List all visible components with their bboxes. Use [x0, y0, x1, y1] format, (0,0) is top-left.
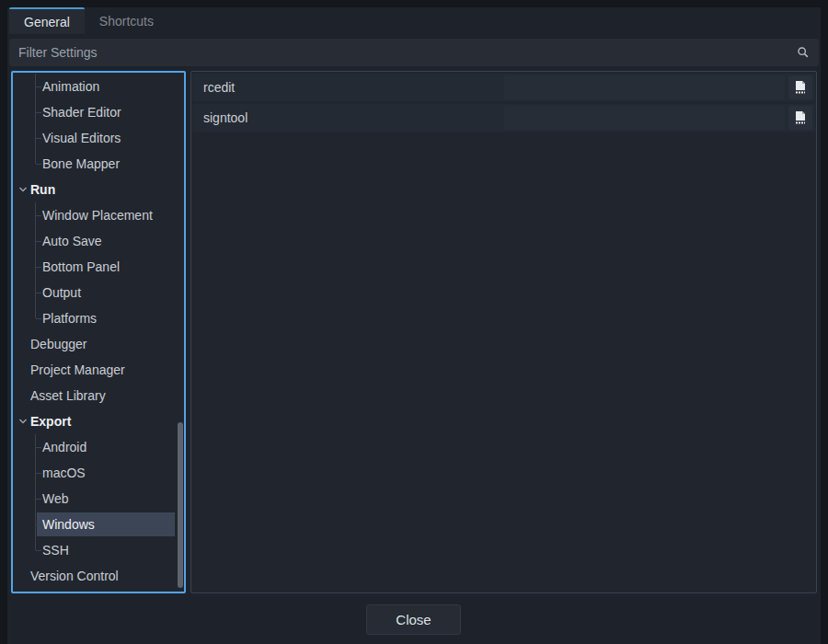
tab-bar: General Shortcuts	[9, 7, 168, 34]
tree-item-ssh[interactable]: SSH	[13, 537, 184, 563]
tree-item-windows[interactable]: Windows	[13, 512, 184, 537]
tree-item-auto-save[interactable]: Auto Save	[13, 228, 184, 254]
editor-settings-dialog: General Shortcuts Filter Settings Animat…	[7, 7, 821, 644]
tree-item-android[interactable]: Android	[13, 434, 184, 460]
tree-item-project-manager[interactable]: Project Manager	[13, 357, 184, 383]
file-browse-icon	[793, 110, 808, 125]
tree-item-web[interactable]: Web	[13, 486, 184, 512]
tab-general[interactable]: General	[9, 7, 85, 34]
tree-item-debugger[interactable]: Debugger	[13, 331, 184, 357]
rcedit-browse-button[interactable]	[788, 75, 812, 99]
tree-scrollbar-thumb[interactable]	[178, 422, 183, 588]
tree-item-animation[interactable]: Animation	[13, 74, 184, 99]
setting-row-signtool: signtool	[192, 104, 815, 132]
tree-item-output[interactable]: Output	[13, 280, 184, 305]
filter-settings-input[interactable]: Filter Settings	[9, 39, 819, 66]
tree-item-asset-library[interactable]: Asset Library	[13, 383, 184, 408]
tree-item-export[interactable]: Export	[13, 408, 184, 434]
setting-row-rcedit: rcedit	[192, 74, 815, 101]
tree-item-platforms[interactable]: Platforms	[13, 305, 184, 331]
tree-item-shader-editor[interactable]: Shader Editor	[13, 99, 184, 125]
tab-shortcuts[interactable]: Shortcuts	[85, 7, 168, 34]
filter-placeholder: Filter Settings	[18, 45, 797, 60]
tree-item-window-placement[interactable]: Window Placement	[13, 202, 184, 228]
close-button-label: Close	[396, 612, 431, 627]
tab-general-label: General	[24, 15, 70, 29]
file-browse-icon	[793, 80, 808, 95]
rcedit-path-input[interactable]	[504, 75, 785, 99]
setting-label: signtool	[192, 110, 247, 125]
signtool-browse-button[interactable]	[788, 106, 812, 130]
tree-item-visual-editors[interactable]: Visual Editors	[13, 125, 184, 151]
settings-tree: Animation Shader Editor Visual Editors B…	[11, 71, 186, 593]
search-icon	[797, 46, 810, 59]
setting-label: rcedit	[192, 80, 235, 95]
signtool-path-input[interactable]	[504, 106, 785, 130]
tree-item-macos[interactable]: macOS	[13, 460, 184, 486]
tree-item-bone-mapper[interactable]: Bone Mapper	[13, 151, 184, 177]
tree-item-bottom-panel[interactable]: Bottom Panel	[13, 254, 184, 280]
chevron-down-icon[interactable]	[17, 416, 29, 427]
settings-panel: rcedit signtool	[190, 71, 817, 593]
close-button[interactable]: Close	[366, 604, 461, 635]
chevron-down-icon[interactable]	[17, 184, 29, 195]
tree-item-run[interactable]: Run	[13, 177, 184, 202]
tree-item-version-control[interactable]: Version Control	[13, 563, 184, 589]
tab-shortcuts-label: Shortcuts	[99, 14, 154, 29]
